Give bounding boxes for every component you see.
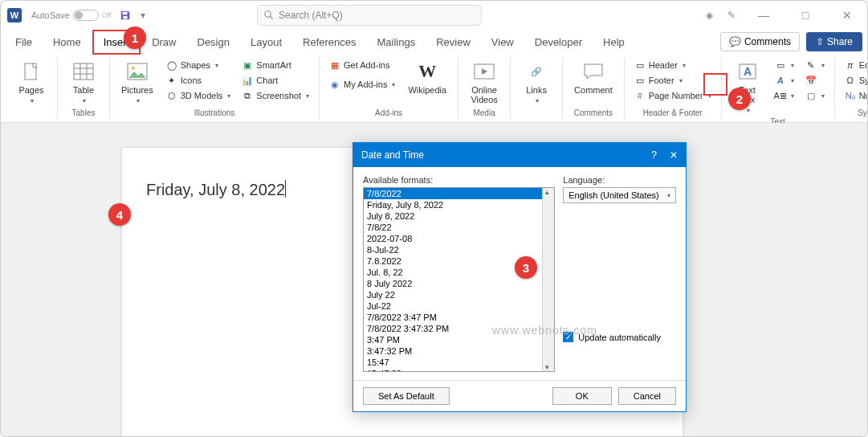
tables-group-label: Tables <box>66 108 101 117</box>
ok-button[interactable]: OK <box>552 387 612 405</box>
my-addins-button[interactable]: ◉My Add-ins▾ <box>328 78 397 91</box>
shapes-icon: ◯ <box>166 59 177 71</box>
toggle-switch[interactable] <box>73 10 99 21</box>
dialog-footer: Set As Default OK Cancel <box>353 380 686 411</box>
language-select[interactable]: English (United States) ▾ <box>563 187 676 203</box>
format-item[interactable]: 15:47:32 <box>364 368 554 372</box>
smartart-button[interactable]: ▣SmartArt <box>240 59 311 71</box>
pages-button[interactable]: Pages▾ <box>14 59 49 106</box>
tab-layout[interactable]: Layout <box>241 31 291 53</box>
chart-button[interactable]: 📊Chart <box>240 74 311 87</box>
pictures-label: Pictures <box>121 85 153 95</box>
format-item[interactable]: 8 July 2022 <box>364 278 554 289</box>
tab-home[interactable]: Home <box>43 31 91 53</box>
close-button[interactable]: ✕ <box>833 9 861 22</box>
format-item[interactable]: July 22 <box>364 289 554 300</box>
dropcap-button[interactable]: A≣▾ <box>773 89 796 102</box>
tab-mailings[interactable]: Mailings <box>368 31 426 53</box>
format-item[interactable]: 15:47 <box>364 357 554 368</box>
hf-group-label: Header & Footer <box>633 108 713 117</box>
formats-listbox[interactable]: 7/8/2022 Friday, July 8, 2022 July 8, 20… <box>363 187 555 372</box>
undo-icon[interactable]: ▾ <box>141 10 145 21</box>
number-button[interactable]: N₀Number <box>843 89 868 102</box>
group-comments: Comment Comments <box>563 57 625 119</box>
links-label: Links <box>526 85 547 95</box>
pen-icon[interactable]: ✎ <box>727 10 736 21</box>
shapes-button[interactable]: ◯Shapes▾ <box>165 59 233 71</box>
date-time-icon: 📅 <box>805 75 817 86</box>
screenshot-button[interactable]: ⧉Screenshot▾ <box>240 89 311 102</box>
svg-rect-3 <box>74 63 93 80</box>
group-tables: Table▾ Tables <box>58 57 110 119</box>
share-button[interactable]: ⇧ Share <box>806 32 862 51</box>
format-item[interactable]: 7/8/2022 <box>364 188 554 199</box>
header-icon: ▭ <box>634 59 646 71</box>
equation-button[interactable]: πEquation▾ <box>843 59 868 71</box>
comment-label: Comment <box>574 85 613 95</box>
save-icon[interactable] <box>120 10 131 21</box>
dialog-titlebar[interactable]: Date and Time ? ✕ <box>353 143 686 167</box>
online-videos-button[interactable]: Online Videos <box>467 59 502 106</box>
tab-design[interactable]: Design <box>188 31 239 53</box>
annotation-marker-4: 4 <box>108 203 131 226</box>
annotation-marker-2: 2 <box>728 88 751 110</box>
symbol-icon: Ω <box>845 75 856 86</box>
group-media: Online Videos Media <box>458 57 511 119</box>
minimize-button[interactable]: — <box>750 9 777 22</box>
links-button[interactable]: 🔗 Links▾ <box>519 59 554 106</box>
comment-button[interactable]: Comment <box>571 59 616 96</box>
date-time-button[interactable]: 📅 <box>804 74 826 87</box>
maximize-button[interactable]: □ <box>792 9 819 22</box>
document-text: Friday, July 8, 2022 <box>146 181 285 198</box>
footer-button[interactable]: ▭Footer▾ <box>633 74 713 87</box>
help-icon[interactable]: ? <box>651 149 657 161</box>
tab-file[interactable]: File <box>6 31 42 53</box>
format-item[interactable]: 3:47:32 PM <box>364 345 554 357</box>
format-item[interactable]: July 8, 2022 <box>364 210 554 222</box>
close-icon[interactable]: ✕ <box>670 149 678 161</box>
object-button[interactable]: ▢▾ <box>804 89 826 102</box>
format-item[interactable]: 7/8/2022 3:47 PM <box>364 312 554 323</box>
table-button[interactable]: Table▾ <box>66 59 101 106</box>
format-item[interactable]: 2022-07-08 <box>364 233 554 244</box>
cancel-button[interactable]: Cancel <box>618 387 676 405</box>
format-item[interactable]: 7/8/22 <box>364 222 554 233</box>
signature-button[interactable]: ✎▾ <box>804 59 826 71</box>
svg-point-0 <box>265 11 271 18</box>
wordart-button[interactable]: A▾ <box>773 74 796 87</box>
format-item[interactable]: 8-Jul-22 <box>364 244 554 255</box>
format-item[interactable]: Friday, July 8, 2022 <box>364 199 554 210</box>
scrollbar[interactable] <box>542 188 554 371</box>
search-input[interactable]: Search (Alt+Q) <box>257 5 482 26</box>
textbox-icon: A <box>736 60 759 83</box>
tab-developer[interactable]: Developer <box>525 31 592 53</box>
header-button[interactable]: ▭Header▾ <box>633 59 713 71</box>
tab-help[interactable]: Help <box>593 31 634 53</box>
quick-parts-button[interactable]: ▭▾ <box>773 59 796 71</box>
svg-point-9 <box>132 67 135 70</box>
tab-references[interactable]: References <box>293 31 365 53</box>
get-addins-button[interactable]: ▦Get Add-ins <box>328 59 397 71</box>
diamond-icon[interactable]: ◈ <box>706 10 713 21</box>
group-pages: Pages▾ <box>1 57 58 119</box>
set-default-button[interactable]: Set As Default <box>363 387 450 405</box>
wikipedia-button[interactable]: W Wikipedia <box>405 59 450 96</box>
format-item[interactable]: Jul-22 <box>364 300 554 312</box>
page-number-button[interactable]: #Page Number▾ <box>633 89 713 102</box>
share-icon: ⇧ <box>816 36 824 47</box>
pictures-icon <box>126 60 149 83</box>
comments-button[interactable]: 💬 Comments <box>720 32 800 51</box>
tab-review[interactable]: Review <box>426 31 480 53</box>
pictures-button[interactable]: Pictures▾ <box>118 59 157 106</box>
symbol-button[interactable]: ΩSymbol▾ <box>843 74 868 87</box>
invisible2 <box>519 108 554 117</box>
group-addins: ▦Get Add-ins ◉My Add-ins▾ W Wikipedia Ad… <box>320 57 458 119</box>
3dmodels-button[interactable]: ⬡3D Models▾ <box>165 89 233 102</box>
svg-line-1 <box>271 17 273 19</box>
tab-draw[interactable]: Draw <box>142 31 185 53</box>
store-icon: ▦ <box>329 59 340 71</box>
icons-button[interactable]: ✦Icons <box>165 74 233 87</box>
smartart-icon: ▣ <box>242 59 253 71</box>
tab-view[interactable]: View <box>482 31 524 53</box>
autosave-toggle[interactable]: AutoSave Off <box>31 10 112 21</box>
